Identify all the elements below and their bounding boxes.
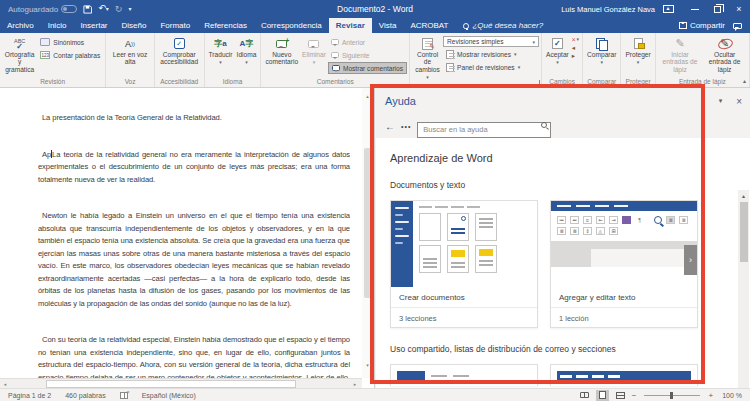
page-indicator[interactable]: Página 1 de 2 <box>8 392 51 399</box>
ribbon-group-language: 字a Traducir ▾ A字 Idioma ▾ Idioma <box>205 33 262 87</box>
card-partial-right[interactable] <box>550 364 698 386</box>
card-partial-left[interactable] <box>390 364 538 386</box>
spelling-grammar-button[interactable]: ABC✓ Ortografía y gramática <box>2 34 37 77</box>
word-count-indicator[interactable]: 460 palabras <box>65 392 105 399</box>
protect-button[interactable]: Proteger ▾ <box>623 34 652 77</box>
tab-referencias[interactable]: Referencias <box>197 18 254 33</box>
undo-caret-icon[interactable]: ▾ <box>106 6 109 12</box>
help-panel-title: Ayuda <box>385 95 416 107</box>
show-markup-button[interactable]: Mostrar revisiones▾ <box>443 48 539 60</box>
scroll-left-icon[interactable]: ◂ <box>0 379 10 388</box>
minimize-button[interactable] <box>684 0 706 18</box>
tab-acrobat[interactable]: ACROBAT <box>403 18 455 33</box>
new-comment-button[interactable]: Nuevo comentario <box>263 34 300 77</box>
document-vertical-scrollbar[interactable]: ▴ ▾ <box>362 88 373 378</box>
help-back-button[interactable]: ← <box>385 121 395 132</box>
tab-diseno[interactable]: Diseño <box>115 18 154 33</box>
ribbon-group-changes: ✓ Aceptar ▾ ×▾ ◂ ▸ Cambios <box>542 33 583 87</box>
help-panel-options-button[interactable]: ▾ <box>719 97 723 105</box>
zoom-out-button[interactable]: − <box>632 391 637 400</box>
card-add-edit-text-title: Agregar y editar texto <box>551 287 697 308</box>
read-aloud-button[interactable]: A)) Leer en voz alta <box>108 34 152 77</box>
hide-ink-button[interactable]: ✎ Ocultar entrada de lápiz <box>702 34 747 77</box>
next-comment-icon <box>331 52 339 58</box>
thesaurus-button[interactable]: Sinónimos <box>37 36 103 48</box>
proofing-status[interactable] <box>120 392 128 399</box>
zoom-in-button[interactable]: + <box>708 391 713 400</box>
accept-button[interactable]: ✓ Aceptar ▾ <box>544 34 571 77</box>
scroll-right-icon[interactable]: ▸ <box>350 379 360 388</box>
search-icon[interactable] <box>541 122 547 128</box>
document-horizontal-scrollbar[interactable]: ◂ ▸ <box>0 378 362 388</box>
track-changes-button[interactable]: Control de cambios ▾ <box>412 34 443 82</box>
tab-insertar[interactable]: Insertar <box>73 18 114 33</box>
close-button[interactable]: × <box>728 0 750 18</box>
help-more-button[interactable]: ••• <box>401 123 411 130</box>
statusbar-right: − + 100 % <box>578 390 742 401</box>
autosave-control[interactable]: Autoguardado <box>8 5 77 14</box>
customize-qat-button[interactable]: ▾ <box>128 5 131 14</box>
tab-archivo[interactable]: Archivo <box>0 18 41 33</box>
scroll-up-icon[interactable]: ▴ <box>362 90 373 101</box>
previous-comment-button[interactable]: Anterior <box>328 36 407 48</box>
save-icon[interactable] <box>83 5 92 14</box>
ribbon-display-options-icon[interactable] <box>663 5 674 13</box>
tab-inicio[interactable]: Inicio <box>41 18 74 33</box>
restore-button[interactable] <box>706 0 728 18</box>
help-scroll-up-icon[interactable]: ▴ <box>738 190 749 200</box>
show-markup-icon <box>446 50 454 59</box>
markup-mode-dropdown[interactable]: Revisiones simples▾ <box>443 36 539 47</box>
redo-button[interactable]: ↻ <box>115 5 123 14</box>
user-name[interactable]: Luis Manuel González Nava <box>561 5 655 14</box>
word-count-icon: 123 <box>40 51 50 59</box>
next-change-button[interactable]: ▸ <box>572 52 579 59</box>
tell-me-label: ¿Qué desea hacer? <box>472 21 543 30</box>
card-create-documents-illustration <box>391 201 537 287</box>
card-add-edit-text[interactable]: ≔≕≡⇤⇥¶ ≣≣≣≣⇕◬⊞ › Agregar y editar texto … <box>550 200 698 328</box>
share-button[interactable]: Compartir <box>679 21 725 30</box>
undo-button[interactable]: ↶▾ <box>98 4 109 14</box>
collapse-ribbon-button[interactable]: ▴ <box>743 77 746 84</box>
help-scroll-thumb[interactable] <box>740 202 748 262</box>
zoom-slider-thumb[interactable] <box>670 392 673 399</box>
titlebar-right: Luis Manuel González Nava × <box>561 0 750 18</box>
show-comments-button[interactable]: Mostrar comentarios <box>328 62 407 74</box>
card-create-documents[interactable]: Crear documentos 3 lecciones <box>390 200 538 328</box>
zoom-slider[interactable] <box>644 395 700 396</box>
compare-button[interactable]: Comparar ▾ <box>585 34 618 77</box>
tab-formato[interactable]: Formato <box>153 18 197 33</box>
help-heading: Aprendizaje de Word <box>390 152 710 164</box>
minimize-icon <box>691 9 699 10</box>
tab-vista[interactable]: Vista <box>372 18 404 33</box>
language-indicator[interactable]: Español (México) <box>142 392 196 399</box>
help-search-input[interactable] <box>417 122 551 138</box>
document-page[interactable]: La presentación de la Teoría General de … <box>0 88 374 388</box>
word-count-button[interactable]: 123 Contar palabras <box>37 49 103 61</box>
comments-icon[interactable] <box>733 23 742 29</box>
web-layout-button[interactable] <box>614 390 627 401</box>
delete-comment-button[interactable]: Eliminar ▾ <box>300 34 328 77</box>
vertical-scroll-thumb[interactable] <box>364 148 371 298</box>
zoom-level[interactable]: 100 % <box>722 392 742 399</box>
translate-button[interactable]: 字a Traducir ▾ <box>207 34 235 77</box>
tracking-dialog-launcher[interactable] <box>535 80 540 85</box>
reviewing-pane-button[interactable]: Panel de revisiones▾ <box>443 61 539 73</box>
tab-correspondencia[interactable]: Correspondencia <box>254 18 329 33</box>
tab-revisar[interactable]: Revisar <box>329 18 372 33</box>
help-panel-close-button[interactable]: × <box>736 96 742 107</box>
previous-change-button[interactable]: ◂ <box>572 44 579 51</box>
reject-button[interactable]: ×▾ <box>572 36 579 43</box>
print-layout-button[interactable] <box>596 390 609 401</box>
language-button[interactable]: A字 Idioma ▾ <box>235 34 259 77</box>
help-scrollbar[interactable]: ▴ ▾ <box>738 190 749 388</box>
tell-me-box[interactable]: ¿Qué desea hacer? <box>455 18 551 33</box>
card-nav-next-icon[interactable]: › <box>684 245 697 275</box>
autosave-toggle[interactable] <box>61 5 77 13</box>
document-text[interactable]: La presentación de la Teoría General de … <box>38 112 350 388</box>
check-accessibility-button[interactable]: ✓ Comprobar accesibilidad <box>157 34 202 77</box>
scroll-down-icon[interactable]: ▾ <box>362 359 373 370</box>
next-comment-button[interactable]: Siguiente <box>328 49 407 61</box>
read-mode-button[interactable] <box>578 390 591 401</box>
start-inking-button[interactable]: ✎ Iniciar entradas de lápiz <box>658 34 703 77</box>
horizontal-scroll-thumb[interactable] <box>46 380 296 388</box>
